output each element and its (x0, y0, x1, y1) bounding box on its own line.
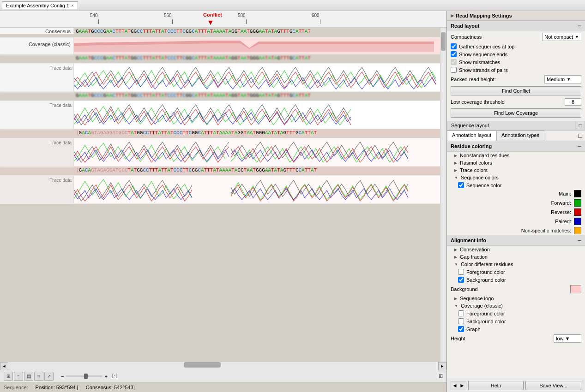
view-toggle[interactable]: ⊞ (439, 373, 443, 379)
sequence-logo-label: Sequence logo (460, 296, 494, 301)
consensus-status: Consensus: 542^543] (86, 385, 135, 390)
color-different-residues-item[interactable]: ▼ Color different residues (447, 261, 585, 268)
tool-btn-0[interactable]: ⊞ (4, 372, 13, 381)
tool-btn-1[interactable]: ≡ (14, 372, 23, 381)
bg-color-checkbox[interactable] (458, 277, 464, 283)
trace-svg-2 (74, 101, 440, 129)
nonstandard-triangle: ▶ (454, 154, 457, 158)
trace-label-3: Trace data (0, 138, 74, 166)
show-sequence-ends-label: Show sequence ends (459, 52, 507, 57)
non-specific-color-swatch[interactable] (574, 227, 581, 234)
right-arrow-button[interactable]: ► (459, 382, 465, 389)
left-arrow-button[interactable]: ◄ (452, 382, 458, 389)
find-conflict-button[interactable]: Find Conflict (451, 86, 581, 95)
packed-height-arrow: ▼ (567, 77, 571, 82)
find-low-coverage-button[interactable]: Find Low Coverage (451, 108, 581, 118)
nonstandard-residues-item[interactable]: ▶ Nonstandard residues (447, 152, 585, 159)
show-mismatches-checkbox[interactable] (451, 59, 457, 65)
scroll-track[interactable] (8, 362, 438, 370)
gather-sequences-checkbox[interactable] (451, 43, 457, 49)
coverage-fg-checkbox[interactable] (458, 310, 464, 316)
status-bar: Sequence: Position: 593^594 [ Consensus:… (0, 382, 446, 392)
tool-buttons: ⊞ ≡ ▤ ≋ ↗ (4, 372, 54, 381)
scroll-right-button[interactable]: ► (438, 362, 446, 370)
read-seq-2: GAAATGCCCGAACTTTATGGCCTTTATTATCCCTTCGGCA… (74, 92, 440, 99)
annotation-types-label: Annotation types (501, 132, 539, 138)
graph-checkbox[interactable] (458, 326, 464, 332)
sequence-color-label: Sequence color (466, 183, 501, 188)
coverage-classic-item[interactable]: ▼ Coverage (classic) (447, 302, 585, 309)
paired-color-row: Paired: (447, 217, 585, 226)
help-button[interactable]: Help (468, 381, 524, 390)
paired-color-swatch[interactable] (574, 218, 581, 225)
sequence-layout-collapse[interactable]: □ (576, 121, 585, 130)
reverse-color-row: Reverse: (447, 208, 585, 217)
zoom-plus[interactable]: + (104, 374, 107, 379)
annotation-layout-tab[interactable]: Annotation layout (447, 131, 496, 141)
conservation-label: Conservation (460, 247, 490, 252)
forward-color-swatch[interactable] (574, 199, 581, 207)
sequence-status: Sequence: (4, 385, 28, 390)
sequence-panel: Conflict ▼ 540 560 580 600 (0, 11, 446, 392)
conservation-item[interactable]: ▶ Conservation (447, 246, 585, 253)
background-color-swatch[interactable] (570, 285, 581, 293)
residue-coloring-collapse[interactable]: − (578, 143, 581, 150)
reverse-color-label: Reverse: (551, 209, 571, 215)
rasmol-colors-item[interactable]: ▶ Rasmol colors (447, 159, 585, 166)
show-sequence-ends-checkbox[interactable] (451, 51, 457, 57)
annotation-collapse[interactable]: □ (576, 131, 585, 141)
low-coverage-input[interactable] (565, 98, 581, 106)
read-row-1: GAAATGCCCGAACTTTATGGCCTTTATTATCCCTTCGGCA… (0, 54, 440, 92)
close-tab-button[interactable]: × (71, 3, 74, 8)
alignment-info-section: Alignment info − (447, 235, 585, 246)
sequence-color-checkbox-row: Sequence color (447, 181, 585, 189)
trace-svg-container-4 (74, 176, 440, 203)
read-layout-collapse[interactable]: − (578, 22, 581, 30)
trace-triangle: ▶ (454, 168, 457, 172)
scroll-left-button[interactable]: ◄ (0, 362, 8, 370)
annotation-layout-label: Annotation layout (452, 132, 491, 138)
trace-label-1: Trace data (0, 64, 74, 91)
tool-btn-3[interactable]: ≋ (34, 372, 43, 381)
tool-btn-2[interactable]: ▤ (24, 372, 33, 381)
rasmol-triangle: ▶ (454, 161, 457, 165)
sequence-layout-tab[interactable]: Sequence layout (447, 121, 576, 130)
zoom-minus[interactable]: − (61, 374, 64, 379)
save-view-button[interactable]: Save View... (525, 381, 581, 390)
ruler-line-540 (98, 19, 99, 24)
read-seq-1: GAAATGCCCGAACTTTATGGCCTTTATTATCCCTTCGGCA… (74, 54, 440, 62)
vertical-scroll-thumb[interactable] (441, 32, 446, 51)
annotation-types-tab[interactable]: Annotation types (496, 131, 544, 141)
read-seq-row-2: GAAATGCCCGAACTTTATGGCCTTTATTATCCCTTCGGCA… (0, 92, 440, 101)
trace-colors-item[interactable]: ▶ Trace colors (447, 166, 585, 174)
tool-btn-4[interactable]: ↗ (44, 372, 54, 381)
vertical-scrollbar[interactable] (440, 28, 446, 362)
fg-color-checkbox[interactable] (458, 269, 464, 275)
coverage-row: Coverage (classic) (0, 38, 440, 54)
compactness-dropdown[interactable]: Not compact ▼ (542, 33, 581, 41)
read-row-4: → |GACAGTAGAGGATGCCTATGGCCTTTATTATCCCTTC… (0, 166, 440, 204)
show-strands-checkbox[interactable] (451, 67, 457, 73)
trace-svg-container-1 (74, 64, 440, 91)
reverse-color-swatch[interactable] (574, 208, 581, 216)
sequence-color-checkbox[interactable] (458, 182, 464, 188)
sequence-logo-item[interactable]: ▶ Sequence logo (447, 295, 585, 302)
main-color-swatch[interactable] (574, 190, 581, 197)
tab-title: Example Assembly Contig 1 (6, 3, 69, 8)
fg-color-label: Foreground color (466, 269, 505, 275)
coverage-bg-checkbox[interactable] (458, 318, 464, 324)
position-value: Position: 593^594 [ (36, 385, 78, 390)
horizontal-scroll-thumb[interactable] (184, 362, 221, 368)
zoom-slider[interactable] (66, 375, 103, 377)
sequence-colors-item[interactable]: ▼ Sequence colors (447, 174, 585, 181)
graph-label: Graph (466, 327, 481, 332)
document-tab[interactable]: Example Assembly Contig 1 × (2, 1, 78, 9)
packed-read-height-dropdown[interactable]: Medium ▼ (544, 75, 581, 83)
height-arrow: ▼ (565, 336, 570, 341)
ruler-tick-560: 560 (164, 13, 172, 18)
trace-svg-4 (74, 176, 440, 203)
alignment-info-collapse[interactable]: − (578, 237, 581, 244)
height-dropdown[interactable]: low ▼ (554, 334, 581, 343)
position-status: Position: 593^594 [ (36, 385, 78, 390)
gap-fraction-item[interactable]: ▶ Gap fraction (447, 253, 585, 261)
